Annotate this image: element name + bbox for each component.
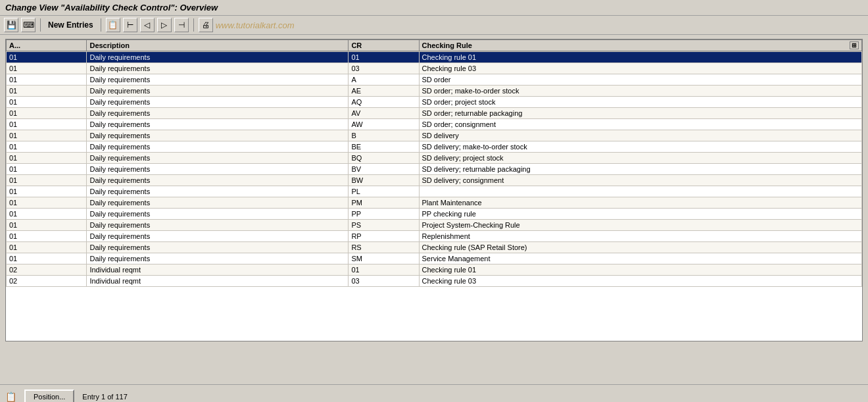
cell-cr: BV xyxy=(349,164,419,175)
cell-description: Daily requirements xyxy=(87,209,349,220)
cell-cr: BQ xyxy=(349,153,419,164)
cell-description: Daily requirements xyxy=(87,108,349,119)
first-button[interactable]: ⊢ xyxy=(123,18,137,32)
cell-description: Individual reqmt xyxy=(87,264,349,276)
table-row[interactable]: 01Daily requirementsPL xyxy=(7,186,862,197)
cell-rule: Service Management xyxy=(419,253,861,264)
col-header-cr: CR xyxy=(349,40,419,51)
save-button[interactable]: 💾 xyxy=(4,18,18,32)
cell-av: 01 xyxy=(7,220,87,231)
cell-rule: Checking rule 03 xyxy=(419,63,861,74)
cell-description: Daily requirements xyxy=(87,186,349,197)
cell-rule: SD delivery; consignment xyxy=(419,175,861,186)
cell-cr: PL xyxy=(349,186,419,197)
cell-av: 01 xyxy=(7,74,87,86)
cell-av: 02 xyxy=(7,264,87,276)
detail-button[interactable]: 📋 xyxy=(106,18,120,32)
table-row[interactable]: 01Daily requirementsRSChecking rule (SAP… xyxy=(7,242,862,253)
position-button[interactable]: Position... xyxy=(24,389,74,403)
cell-cr: B xyxy=(349,130,419,141)
cell-cr: PP xyxy=(349,209,419,220)
table-row[interactable]: 01Daily requirementsBWSD delivery; consi… xyxy=(7,175,862,186)
table-row[interactable]: 01Daily requirementsPMPlant Maintenance xyxy=(7,197,862,209)
cell-av: 01 xyxy=(7,52,87,63)
cell-description: Daily requirements xyxy=(87,86,349,97)
table-row[interactable]: 01Daily requirementsAVSD order; returnab… xyxy=(7,108,862,119)
table-row[interactable]: 01Daily requirementsAWSD order; consignm… xyxy=(7,119,862,130)
table-row[interactable]: 02Individual reqmt03Checking rule 03 xyxy=(7,276,862,287)
cell-cr: A xyxy=(349,74,419,86)
new-entries-label[interactable]: New Entries xyxy=(45,19,96,31)
cell-rule: Plant Maintenance xyxy=(419,197,861,209)
cell-cr: RS xyxy=(349,242,419,253)
cell-rule: Checking rule 03 xyxy=(419,276,861,287)
table-row[interactable]: 01Daily requirementsAESD order; make-to-… xyxy=(7,86,862,97)
table-row[interactable]: 01Daily requirementsPSProject System-Che… xyxy=(7,220,862,231)
main-content: A... Description CR Checking Rule ⊞ xyxy=(0,35,868,384)
col-settings-icon[interactable]: ⊞ xyxy=(850,41,859,49)
cell-description: Daily requirements xyxy=(87,119,349,130)
cell-av: 02 xyxy=(7,276,87,287)
cell-av: 01 xyxy=(7,253,87,264)
cell-description: Daily requirements xyxy=(87,253,349,264)
table-row[interactable]: 01Daily requirementsRPReplenishment xyxy=(7,231,862,242)
cell-rule: SD order; make-to-order stock xyxy=(419,86,861,97)
entry-count: Entry 1 of 117 xyxy=(82,393,128,401)
shortcut-button[interactable]: ⌨ xyxy=(21,18,36,32)
table-row[interactable]: 01Daily requirementsAQSD order; project … xyxy=(7,97,862,108)
cell-rule: Checking rule 01 xyxy=(419,52,861,63)
cell-cr: 03 xyxy=(349,276,419,287)
cell-description: Daily requirements xyxy=(87,52,349,63)
cell-av: 01 xyxy=(7,153,87,164)
cell-description: Daily requirements xyxy=(87,63,349,74)
data-table-body: 01Daily requirements01Checking rule 0101… xyxy=(6,51,862,287)
toolbar-separator-3 xyxy=(193,18,194,32)
cell-av: 01 xyxy=(7,130,87,141)
cell-av: 01 xyxy=(7,231,87,242)
cell-rule: SD delivery xyxy=(419,130,861,141)
table-row[interactable]: 01Daily requirementsBSD delivery xyxy=(7,130,862,141)
cell-rule: Checking rule 01 xyxy=(419,264,861,276)
table-row[interactable]: 01Daily requirementsPPPP checking rule xyxy=(7,209,862,220)
cell-av: 01 xyxy=(7,108,87,119)
table-container: A... Description CR Checking Rule ⊞ xyxy=(0,35,868,384)
cell-av: 01 xyxy=(7,119,87,130)
toolbar: 💾 ⌨ New Entries 📋 ⊢ ◁ ▷ ⊣ 🖨 www.tutorial… xyxy=(0,16,868,35)
cell-description: Individual reqmt xyxy=(87,276,349,287)
page-title: Change View "Availability Check Control"… xyxy=(5,3,218,13)
cell-av: 01 xyxy=(7,197,87,209)
cell-cr: 01 xyxy=(349,52,419,63)
cell-cr: AQ xyxy=(349,97,419,108)
cell-av: 01 xyxy=(7,86,87,97)
cell-description: Daily requirements xyxy=(87,74,349,86)
table-row[interactable]: 01Daily requirementsASD order xyxy=(7,74,862,86)
cell-av: 01 xyxy=(7,242,87,253)
cell-rule: SD delivery; returnable packaging xyxy=(419,164,861,175)
cell-cr: SM xyxy=(349,253,419,264)
table-row[interactable]: 01Daily requirementsBVSD delivery; retur… xyxy=(7,164,862,175)
previous-button[interactable]: ◁ xyxy=(140,18,155,32)
position-icon: 📋 xyxy=(5,391,16,402)
table-wrapper: A... Description CR Checking Rule ⊞ xyxy=(5,39,863,341)
cell-av: 01 xyxy=(7,209,87,220)
cell-av: 01 xyxy=(7,164,87,175)
toolbar-separator-1 xyxy=(40,18,41,32)
cell-cr: 01 xyxy=(349,264,419,276)
table-row[interactable]: 01Daily requirementsBESD delivery; make-… xyxy=(7,141,862,153)
table-row[interactable]: 01Daily requirements01Checking rule 01 xyxy=(7,52,862,63)
cell-cr: PM xyxy=(349,197,419,209)
last-button[interactable]: ⊣ xyxy=(174,18,189,32)
cell-rule: SD delivery; make-to-order stock xyxy=(419,141,861,153)
cell-rule: SD order; returnable packaging xyxy=(419,108,861,119)
toolbar-separator-2 xyxy=(101,18,101,32)
table-row[interactable]: 01Daily requirements03Checking rule 03 xyxy=(7,63,862,74)
table-row[interactable]: 01Daily requirementsSMService Management xyxy=(7,253,862,264)
cell-cr: BE xyxy=(349,141,419,153)
table-row[interactable]: 01Daily requirementsBQSD delivery; proje… xyxy=(7,153,862,164)
print-button[interactable]: 🖨 xyxy=(199,18,213,32)
cell-cr: AW xyxy=(349,119,419,130)
table-row[interactable]: 02Individual reqmt01Checking rule 01 xyxy=(7,264,862,276)
next-button[interactable]: ▷ xyxy=(157,18,172,32)
status-bar: 📋 Position... Entry 1 of 117 xyxy=(0,384,868,402)
cell-av: 01 xyxy=(7,63,87,74)
